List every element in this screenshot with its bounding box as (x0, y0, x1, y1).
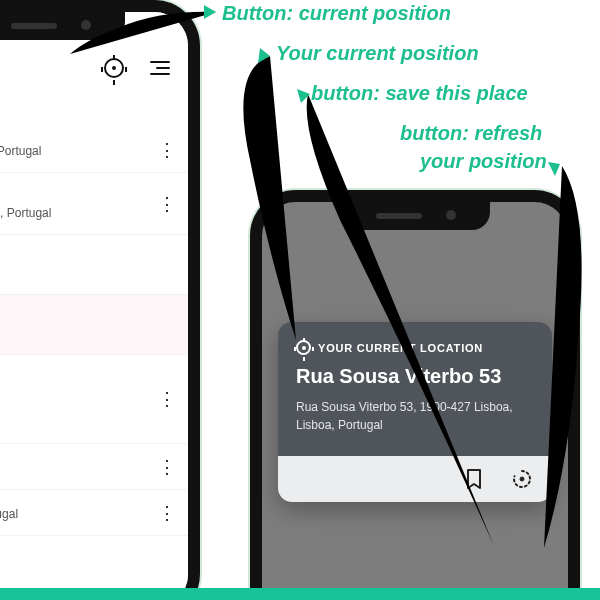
svg-point-4 (520, 477, 524, 481)
svg-marker-1 (258, 48, 270, 63)
annotation-save-place-button: button: save this place (311, 82, 528, 105)
menu-icon (150, 61, 170, 75)
crosshair-icon (296, 340, 311, 355)
row-menu-button[interactable]: ⋮ (154, 147, 178, 153)
menu-button[interactable] (146, 54, 174, 82)
row-menu-button[interactable]: ⋮ (154, 201, 178, 207)
list-item[interactable]: 3, Portugal ⋮ (0, 444, 188, 490)
svg-marker-0 (204, 5, 216, 19)
location-title: Rua Sousa Viterbo 53 (296, 365, 534, 388)
list-item[interactable] (0, 295, 188, 355)
annotation-refresh-button-2: your position (420, 150, 547, 173)
list-item-address: sbon, Lisbon, Portugal (0, 144, 154, 158)
bottom-accent-bar (0, 588, 600, 600)
left-phone: VED ved sbon, Lisbon, Portugal ⋮ 67 Arco… (0, 0, 200, 600)
annotation-refresh-button-1: button: refresh (400, 122, 542, 145)
app-header: VED (0, 46, 188, 90)
location-address: Rua Sousa Viterbo 53, 1900-427 Lisboa, L… (296, 398, 534, 434)
refresh-icon (511, 468, 533, 490)
right-phone: YOUR CURRENT LOCATION Rua Sousa Viterbo … (250, 190, 580, 600)
annotation-current-position-button: Button: current position (222, 2, 451, 25)
row-menu-button[interactable]: ⋮ (154, 396, 178, 402)
eyebrow-text: YOUR CURRENT LOCATION (318, 342, 483, 354)
list-item-address: a, Évora, Portugal (0, 507, 154, 521)
list-item-address: 7 Arcos, Évora, Portugal (0, 206, 154, 220)
list-item[interactable]: 67 Arcos, Évora, Portugal ⋮ (0, 173, 188, 235)
card-eyebrow: YOUR CURRENT LOCATION (296, 340, 534, 355)
current-location-card: YOUR CURRENT LOCATION Rua Sousa Viterbo … (278, 322, 552, 502)
refresh-position-button[interactable] (508, 465, 536, 493)
row-menu-button[interactable]: ⋮ (154, 510, 178, 516)
annotation-current-position: Your current position (276, 42, 479, 65)
current-position-button[interactable] (100, 54, 128, 82)
card-action-bar (278, 456, 552, 502)
svg-marker-2 (297, 89, 310, 103)
list-item[interactable]: ⋮ (0, 355, 188, 444)
save-place-button[interactable] (460, 465, 488, 493)
svg-marker-3 (548, 162, 560, 176)
crosshair-icon (104, 58, 124, 78)
list-item[interactable]: sbon, Lisbon, Portugal ⋮ (0, 127, 188, 173)
list-item-address: 3, Portugal (0, 461, 154, 475)
notch (340, 202, 490, 230)
list-item[interactable]: a, Évora, Portugal ⋮ (0, 490, 188, 536)
notch (0, 12, 125, 40)
list-item[interactable] (0, 235, 188, 295)
row-menu-button[interactable]: ⋮ (154, 464, 178, 470)
bookmark-icon (465, 468, 483, 490)
